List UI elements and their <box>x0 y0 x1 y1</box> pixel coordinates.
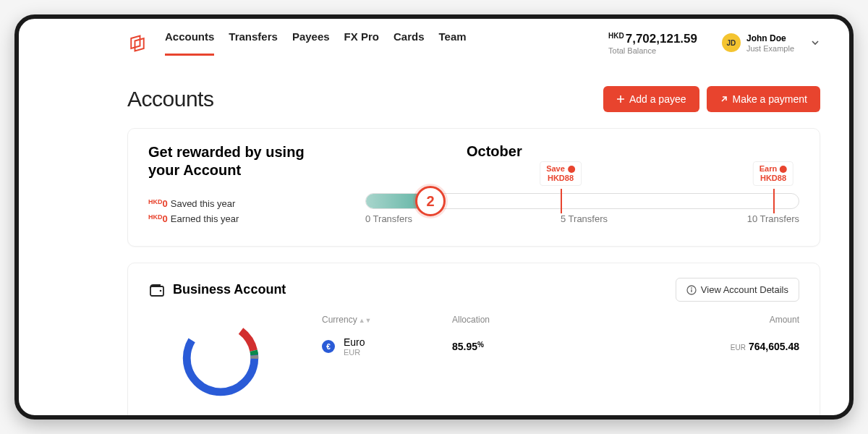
business-account-card: Business Account View Account Details <box>127 263 820 415</box>
view-account-details-button[interactable]: View Account Details <box>676 278 799 302</box>
allocation-value: 85.95% <box>452 341 582 352</box>
business-account-title: Business Account <box>173 282 286 297</box>
currency-code: EUR <box>344 348 365 357</box>
make-payment-button[interactable]: Make a payment <box>707 86 821 112</box>
main-nav: Accounts Transfers Payees FX Pro Cards T… <box>165 30 467 56</box>
nav-team[interactable]: Team <box>438 30 466 56</box>
transfer-progress: SaveHKD88 EarnHKD88 2 0 Transfers 5 Tran… <box>365 167 799 218</box>
make-payment-label: Make a payment <box>733 93 808 105</box>
svg-point-1 <box>160 289 162 292</box>
currency-table: Currency▲▼ Allocation Amount € Euro EUR <box>322 315 799 361</box>
avatar: JD <box>722 33 741 52</box>
col-allocation[interactable]: Allocation <box>452 315 582 325</box>
nav-fxpro[interactable]: FX Pro <box>344 30 379 56</box>
app-logo <box>127 33 148 54</box>
wallet-icon <box>148 281 166 299</box>
info-icon <box>686 285 697 295</box>
nav-accounts[interactable]: Accounts <box>165 30 214 56</box>
rewards-card: Get rewarded by using your Account HKD0S… <box>127 128 820 247</box>
chevron-down-icon <box>810 38 820 48</box>
earn-flag: EarnHKD88 <box>753 161 793 186</box>
add-payee-button[interactable]: Add a payee <box>603 86 699 112</box>
balance-label: Total Balance <box>608 46 697 55</box>
progress-knob[interactable]: 2 <box>415 186 446 216</box>
rewards-month: October <box>467 143 799 160</box>
sort-icon: ▲▼ <box>359 317 372 324</box>
user-company: Just Example <box>746 44 794 53</box>
currency-badge: € <box>322 340 335 353</box>
page-title: Accounts <box>127 87 213 111</box>
save-flag: SaveHKD88 <box>540 161 582 186</box>
allocation-donut <box>148 315 293 401</box>
arrow-up-right-icon <box>720 95 728 103</box>
currency-name: Euro <box>344 336 365 348</box>
amount-value: EUR764,605.48 <box>582 341 799 352</box>
svg-point-3 <box>691 287 692 289</box>
tick-5: 5 Transfers <box>561 213 608 224</box>
col-amount[interactable]: Amount <box>582 315 799 325</box>
nav-transfers[interactable]: Transfers <box>229 30 278 56</box>
total-balance: HKD7,702,121.59 Total Balance <box>608 32 697 55</box>
user-menu[interactable]: JD John Doe Just Example <box>722 33 820 52</box>
saved-this-year: HKD0Saved this year <box>148 198 336 209</box>
tick-10: 10 Transfers <box>747 213 799 224</box>
balance-currency: HKD <box>608 32 624 40</box>
tick-0: 0 Transfers <box>365 213 412 224</box>
nav-cards[interactable]: Cards <box>393 30 425 56</box>
col-currency[interactable]: Currency▲▼ <box>322 315 452 325</box>
add-payee-label: Add a payee <box>629 93 686 105</box>
user-name: John Doe <box>746 33 794 43</box>
nav-payees[interactable]: Payees <box>292 30 330 56</box>
svg-rect-4 <box>691 289 692 292</box>
plus-icon <box>616 95 625 103</box>
balance-value: 7,702,121.59 <box>626 32 697 46</box>
earned-this-year: HKD0Earned this year <box>148 213 336 224</box>
rewards-title: Get rewarded by using your Account <box>148 143 336 179</box>
svg-rect-0 <box>150 286 163 296</box>
table-row[interactable]: € Euro EUR 85.95% EUR764,605.48 <box>322 332 799 361</box>
view-details-label: View Account Details <box>701 284 788 295</box>
